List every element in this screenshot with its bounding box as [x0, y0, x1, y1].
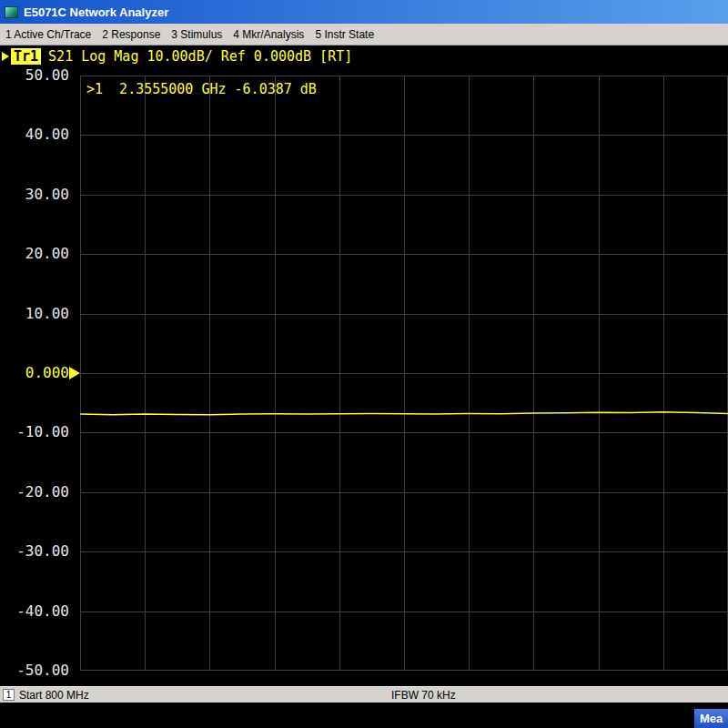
- menu-bar: 1 Active Ch/Trace 2 Response 3 Stimulus …: [0, 24, 728, 46]
- marker-readout: >1 2.3555000 GHz -6.0387 dB: [86, 81, 317, 97]
- y-axis-label: 0.000: [0, 365, 69, 381]
- y-axis-label: -50.00: [0, 662, 69, 679]
- y-axis-label: -30.00: [0, 543, 69, 560]
- y-axis-label: -20.00: [0, 484, 69, 500]
- ifbw-label: IFBW 70 kHz: [391, 689, 456, 702]
- menu-item-active-ch-trace[interactable]: 1 Active Ch/Trace: [5, 28, 91, 41]
- y-axis-label: -10.00: [0, 424, 69, 440]
- menu-item-response[interactable]: 2 Response: [102, 28, 160, 41]
- status-bar: 1 Start 800 MHz IFBW 70 kHz: [0, 686, 728, 703]
- menu-item-stimulus[interactable]: 3 Stimulus: [171, 28, 222, 41]
- y-axis-label: 20.00: [0, 246, 69, 262]
- menu-item-mkr-analysis[interactable]: 4 Mkr/Analysis: [233, 28, 304, 41]
- menu-item-instr-state[interactable]: 5 Instr State: [315, 28, 374, 41]
- y-axis-label: 40.00: [0, 126, 69, 143]
- channel-number-box: 1: [3, 689, 15, 701]
- window-title: E5071C Network Analyzer: [24, 5, 168, 19]
- bottom-strip: Mea: [0, 703, 728, 728]
- title-bar: E5071C Network Analyzer: [0, 0, 728, 24]
- y-axis-label: 50.00: [0, 67, 69, 84]
- measurement-screen: Tr1 S21 Log Mag 10.00dB/ Ref 0.000dB [RT…: [0, 46, 728, 686]
- reference-level-arrow-icon: [69, 367, 80, 379]
- y-axis-label: 10.00: [0, 306, 69, 322]
- y-axis-label: 30.00: [0, 187, 69, 203]
- analyzer-window: E5071C Network Analyzer 1 Active Ch/Trac…: [0, 0, 728, 728]
- softkey-meas-header[interactable]: Mea: [694, 709, 728, 728]
- app-icon: [5, 6, 18, 18]
- y-axis-label: -40.00: [0, 603, 69, 620]
- graticule-svg: [80, 76, 728, 671]
- y-axis: 50.0040.0030.0020.0010.000.000-10.00-20.…: [0, 46, 69, 686]
- start-frequency-label: Start 800 MHz: [19, 689, 89, 702]
- trace-settings-text: S21 Log Mag 10.00dB/ Ref 0.000dB [RT]: [48, 48, 352, 65]
- graticule: [80, 76, 728, 671]
